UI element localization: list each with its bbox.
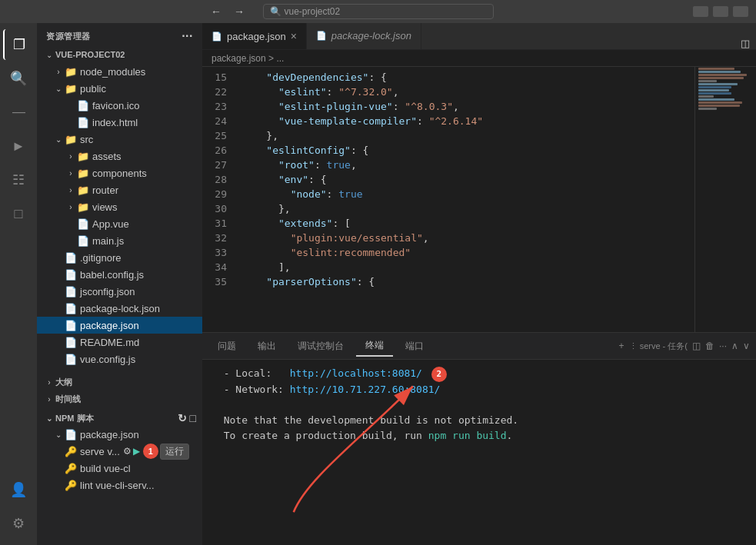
npm-lint-label: lint vue-cli-serv... xyxy=(80,480,155,491)
file-icon: 📄 xyxy=(65,337,77,348)
panel-expand-button[interactable]: ∨ xyxy=(743,341,750,351)
tree-item-label: App.vue xyxy=(92,218,129,230)
panel-tab-label: 调试控制台 xyxy=(298,341,344,351)
spacer xyxy=(52,254,65,262)
tree-app-vue[interactable]: 📄 App.vue xyxy=(37,215,202,232)
npm-add-icon[interactable]: □ xyxy=(190,412,196,424)
panel-tab-label: 输出 xyxy=(258,341,276,351)
tree-gitignore[interactable]: 📄 .gitignore xyxy=(37,249,202,266)
line-num: 33 xyxy=(202,245,227,260)
npm-build-item[interactable]: 🔑 build vue-cl xyxy=(37,460,202,477)
line-num: 25 xyxy=(202,128,227,143)
tree-package-json[interactable]: 📄 package.json xyxy=(37,317,202,334)
folder-icon: 📁 xyxy=(77,201,89,213)
tree-jsconfig[interactable]: 📄 jsconfig.json xyxy=(37,283,202,300)
tree-index-html[interactable]: 📄 index.html xyxy=(37,114,202,131)
editor-split-button[interactable]: ◫ xyxy=(741,38,756,49)
gear-icon[interactable]: ⚙ xyxy=(123,446,132,457)
line-num: 23 xyxy=(202,99,227,114)
code-line: }, xyxy=(242,201,694,216)
tree-item-label: package.json xyxy=(80,320,139,331)
tree-components[interactable]: › 📁 components xyxy=(37,164,202,181)
minimize-button[interactable] xyxy=(693,6,708,17)
tree-src[interactable]: ⌄ 📁 src xyxy=(37,131,202,148)
panel-collapse-button[interactable]: ∧ xyxy=(731,341,738,351)
activity-search[interactable]: 🔍 xyxy=(3,63,34,94)
spacer xyxy=(52,355,65,364)
tab-label: package-lock.json xyxy=(331,30,411,42)
tree-babel-config[interactable]: 📄 babel.config.js xyxy=(37,266,202,283)
code-lines: "devDependencies": { "eslint": "^7.32.0"… xyxy=(239,70,694,329)
panel-trash-button[interactable]: 🗑 xyxy=(705,341,714,351)
close-button[interactable] xyxy=(733,6,748,17)
npm-build-label: build vue-cl xyxy=(80,463,131,474)
panel-tab-ports[interactable]: 端口 xyxy=(396,337,433,356)
tree-package-lock[interactable]: 📄 package-lock.json xyxy=(37,300,202,317)
chevron-right-icon: › xyxy=(43,395,55,404)
activity-remote[interactable]: □ xyxy=(3,198,34,229)
panel-tab-terminal[interactable]: 终端 xyxy=(356,336,393,357)
spacer xyxy=(52,287,65,296)
tree-readme[interactable]: 📄 README.md xyxy=(37,334,202,351)
address-bar[interactable]: 🔍 vue-project02 xyxy=(263,4,494,19)
tree-node-modules[interactable]: › 📁 node_modules xyxy=(37,63,202,80)
npm-serve-item[interactable]: 🔑 serve v... ⚙ ▶ 1 运行 xyxy=(37,443,202,460)
activity-settings[interactable]: ⚙ xyxy=(3,508,34,539)
spacer xyxy=(52,304,65,313)
activity-extensions[interactable]: ☷ xyxy=(3,164,34,195)
maximize-button[interactable] xyxy=(713,6,728,17)
tree-assets[interactable]: › 📁 assets xyxy=(37,148,202,164)
tree-favicon[interactable]: 📄 favicon.ico xyxy=(37,97,202,114)
tree-public[interactable]: ⌄ 📁 public xyxy=(37,80,202,97)
file-tree: ⌄ VUE-PROJECT02 › 📁 node_modules ⌄ 📁 pub… xyxy=(37,46,202,367)
panel-tab-output[interactable]: 输出 xyxy=(248,337,285,356)
explorer-header: 资源管理器 ··· xyxy=(37,23,202,46)
panel-add-button[interactable]: + xyxy=(619,341,624,351)
badge-1: 1 xyxy=(143,444,158,459)
panel-tab-issues[interactable]: 问题 xyxy=(208,337,245,356)
back-button[interactable]: ← xyxy=(208,4,225,19)
npm-command: npm run build xyxy=(428,430,507,441)
panel-more-button[interactable]: ··· xyxy=(719,341,727,351)
line-num: 31 xyxy=(202,216,227,231)
code-line: "parserOptions": { xyxy=(242,274,694,289)
script-icon: 🔑 xyxy=(65,446,77,457)
tree-router[interactable]: › 📁 router xyxy=(37,181,202,198)
tab-label: package.json xyxy=(227,31,286,42)
minimap-line xyxy=(698,105,740,107)
tab-package-lock-json[interactable]: 📄 package-lock.json xyxy=(307,22,421,49)
minimap-line xyxy=(698,68,734,70)
minimap-line xyxy=(698,89,729,91)
project-root[interactable]: ⌄ VUE-PROJECT02 xyxy=(37,46,202,63)
chevron-right-icon: › xyxy=(65,203,77,211)
run-icon[interactable]: ▶ xyxy=(133,446,140,457)
address-text: vue-project02 xyxy=(285,6,341,17)
npm-lint-item[interactable]: 🔑 lint vue-cli-serv... xyxy=(37,477,202,493)
outline-header[interactable]: › 大纲 xyxy=(37,374,202,390)
tab-close-button[interactable]: × xyxy=(291,30,297,42)
panel-tab-debug[interactable]: 调试控制台 xyxy=(288,337,353,356)
tab-package-json[interactable]: 📄 package.json × xyxy=(202,22,307,49)
nav-buttons: ← → xyxy=(208,4,248,19)
npm-refresh-icon[interactable]: ↻ xyxy=(178,412,187,424)
file-icon: 📄 xyxy=(65,303,77,314)
tree-item-label: favicon.ico xyxy=(92,100,139,111)
chevron-right-icon: › xyxy=(65,169,77,178)
npm-package-json[interactable]: ⌄ 📄 package.json xyxy=(37,426,202,443)
code-content-area[interactable]: 15 22 23 24 25 26 27 28 29 30 31 32 33 3… xyxy=(202,67,694,332)
activity-git[interactable]: ⸻ xyxy=(3,97,34,128)
activity-explorer[interactable]: ❐ xyxy=(3,29,34,60)
tree-vue-config[interactable]: 📄 vue.config.js xyxy=(37,351,202,367)
file-icon: 📄 xyxy=(65,286,77,297)
timeline-header[interactable]: › 时间线 xyxy=(37,390,202,407)
forward-button[interactable]: → xyxy=(231,4,248,19)
tree-item-label: main.js xyxy=(92,235,124,247)
activity-account[interactable]: 👤 xyxy=(3,474,34,505)
tree-views[interactable]: › 📁 views xyxy=(37,198,202,215)
npm-item-label: package.json xyxy=(80,429,139,440)
panel-split-button[interactable]: ◫ xyxy=(692,341,701,351)
activity-run[interactable]: ► xyxy=(3,131,34,161)
tree-main-js[interactable]: 📄 main.js xyxy=(37,232,202,249)
explorer-menu-button[interactable]: ··· xyxy=(182,29,193,43)
file-icon: 📄 xyxy=(77,100,89,111)
